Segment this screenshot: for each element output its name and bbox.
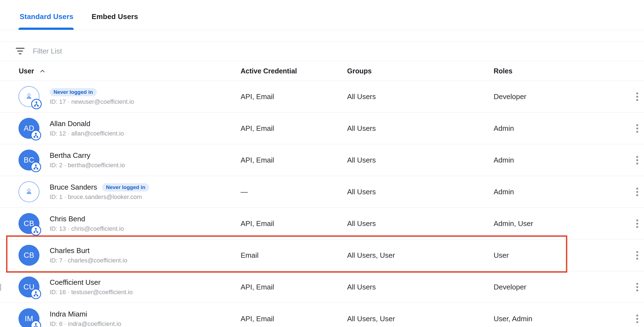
table-row[interactable]: AD Allan Donald ID: 12 · allan@coeffic xyxy=(0,113,644,144)
org-badge xyxy=(31,225,41,236)
table-row[interactable]: CU Coefficient User ID: 16 · testuser@ xyxy=(0,271,644,303)
cell-roles: Admin xyxy=(494,156,514,164)
cell-groups: All Users, User xyxy=(347,251,395,260)
org-badge xyxy=(31,320,41,327)
user-id-email: ID: 6 · indra@coefficient.io xyxy=(50,320,121,327)
never-logged-in-badge: Never logged in xyxy=(102,183,149,192)
cell-roles: Admin xyxy=(494,188,514,196)
table-row[interactable]: Bruce Sanders Never logged in ID: 1 · br… xyxy=(0,176,644,208)
user-id-email: ID: 1 · bruce.sanders@looker.com xyxy=(50,193,149,201)
cell-groups: All Users, User xyxy=(347,315,395,323)
user-cell: Never logged in ID: 17 · newuser@coeffic… xyxy=(50,88,134,105)
table-row[interactable]: CB Charles Burt ID: 7 · charles@coeffici… xyxy=(0,240,644,271)
user-id-email: ID: 7 · charles@coefficient.io xyxy=(50,257,127,264)
avatar: CU xyxy=(18,277,39,297)
row-menu-button[interactable] xyxy=(634,91,641,102)
row-menu-button[interactable] xyxy=(634,155,641,166)
user-cell: Charles Burt ID: 7 · charles@coefficient… xyxy=(50,246,127,264)
hierarchy-icon xyxy=(33,132,39,139)
cell-active-credential: API, Email xyxy=(241,92,274,101)
user-name-line: Bruce Sanders Never logged in xyxy=(50,183,149,192)
user-cell: Bruce Sanders Never logged in ID: 1 · br… xyxy=(50,183,149,201)
cell-groups: All Users xyxy=(347,188,376,196)
user-name: Indra Miami xyxy=(50,310,87,318)
user-id-email: ID: 12 · allan@coefficient.io xyxy=(50,130,124,137)
cell-active-credential: API, Email xyxy=(241,156,274,164)
user-name: Charles Burt xyxy=(50,246,90,255)
cell-active-credential: — xyxy=(241,188,248,196)
avatar xyxy=(18,86,39,107)
user-id-email: ID: 16 · testuser@coefficient.io xyxy=(50,289,133,296)
cell-groups: All Users xyxy=(347,124,376,133)
user-name: Bertha Carry xyxy=(50,151,90,160)
user-name-line: Charles Burt xyxy=(50,246,127,255)
user-name-line: Indra Miami xyxy=(50,310,121,318)
user-id-email: ID: 2 · bertha@coefficient.io xyxy=(50,162,125,169)
user-name: Coefficient User xyxy=(50,278,101,287)
user-name-line: Allan Donald xyxy=(50,119,124,128)
avatar-initials: CB xyxy=(18,245,39,266)
table-header: User Active Credential Groups Roles xyxy=(0,61,644,81)
column-header-user[interactable]: User xyxy=(19,67,46,75)
cell-roles: Developer xyxy=(494,92,526,101)
user-name-line: Bertha Carry xyxy=(50,151,125,160)
table-row[interactable]: BC Bertha Carry ID: 2 · bertha@coeffic xyxy=(0,144,644,176)
sort-ascending-icon xyxy=(39,68,46,75)
hierarchy-icon xyxy=(33,227,39,234)
cell-roles: Admin, User xyxy=(494,219,533,228)
cell-active-credential: API, Email xyxy=(241,219,274,228)
cell-groups: All Users xyxy=(347,219,376,228)
left-edge-tick xyxy=(0,284,1,291)
filter-list-input[interactable]: Filter List xyxy=(33,42,419,61)
tabbar-divider xyxy=(0,30,644,30)
cell-roles: Admin xyxy=(494,124,514,133)
user-cell: Chris Bend ID: 13 · chris@coefficient.io xyxy=(50,215,124,232)
row-menu-button[interactable] xyxy=(634,281,641,293)
org-badge xyxy=(31,130,41,140)
filter-icon xyxy=(16,47,25,55)
row-menu-button[interactable] xyxy=(634,218,641,229)
tab-standard-users[interactable]: Standard Users xyxy=(20,12,73,21)
cell-roles: User xyxy=(494,251,509,260)
table-row[interactable]: IM Indra Miami ID: 6 · indra@coefficie xyxy=(0,303,644,327)
cell-groups: All Users xyxy=(347,283,376,291)
user-id-email: ID: 17 · newuser@coefficient.io xyxy=(50,98,134,105)
column-header-groups[interactable]: Groups xyxy=(347,67,372,75)
column-header-active-credential[interactable]: Active Credential xyxy=(241,67,297,75)
row-menu-button[interactable] xyxy=(634,313,641,324)
avatar: AD xyxy=(18,118,39,139)
avatar: IM xyxy=(18,308,39,327)
column-header-roles[interactable]: Roles xyxy=(494,67,512,75)
avatar: CB xyxy=(18,213,39,234)
user-table-body: Never logged in ID: 17 · newuser@coeffic… xyxy=(0,81,644,327)
column-header-user-label: User xyxy=(19,67,34,75)
org-badge xyxy=(31,99,42,109)
table-row[interactable]: CB Chris Bend ID: 13 · chris@coefficie xyxy=(0,208,644,240)
row-menu-button[interactable] xyxy=(634,123,641,134)
org-badge xyxy=(31,289,41,299)
user-name: Allan Donald xyxy=(50,119,90,128)
cell-active-credential: API, Email xyxy=(241,124,274,133)
user-cell: Allan Donald ID: 12 · allan@coefficient.… xyxy=(50,119,124,137)
table-row[interactable]: Never logged in ID: 17 · newuser@coeffic… xyxy=(0,81,644,113)
org-badge xyxy=(31,162,41,172)
avatar xyxy=(18,181,39,202)
user-name-line: Chris Bend xyxy=(50,215,124,223)
cell-roles: User, Admin xyxy=(494,315,532,323)
cell-groups: All Users xyxy=(347,92,376,101)
cell-active-credential: API, Email xyxy=(241,283,274,291)
cell-active-credential: Email xyxy=(241,251,259,260)
row-menu-button[interactable] xyxy=(634,250,641,261)
user-cell: Bertha Carry ID: 2 · bertha@coefficient.… xyxy=(50,151,125,169)
row-menu-button[interactable] xyxy=(634,186,641,197)
tab-embed-users[interactable]: Embed Users xyxy=(92,12,138,21)
hierarchy-icon xyxy=(33,164,39,170)
person-icon xyxy=(23,186,35,198)
hierarchy-icon xyxy=(33,291,39,297)
user-name: Bruce Sanders xyxy=(50,183,97,192)
user-cell: Indra Miami ID: 6 · indra@coefficient.io xyxy=(50,310,121,327)
cell-groups: All Users xyxy=(347,156,376,164)
avatar: BC xyxy=(18,150,39,171)
cell-active-credential: API, Email xyxy=(241,315,274,323)
never-logged-in-badge: Never logged in xyxy=(50,88,97,96)
